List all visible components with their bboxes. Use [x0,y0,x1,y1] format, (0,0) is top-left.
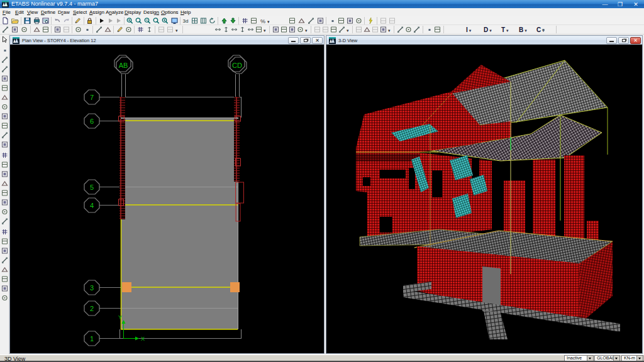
svg-text:2: 2 [90,305,94,312]
svg-text:Y: Y [118,314,122,321]
svg-text:1: 1 [90,335,94,343]
svg-text:CD: CD [232,62,242,69]
svg-text:X: X [141,336,145,342]
svg-text:3: 3 [90,284,94,292]
svg-text:6: 6 [90,118,94,125]
svg-text:4: 4 [90,202,94,209]
svg-text:5: 5 [90,184,94,191]
svg-text:7: 7 [90,94,94,101]
svg-text:AB: AB [119,62,128,69]
